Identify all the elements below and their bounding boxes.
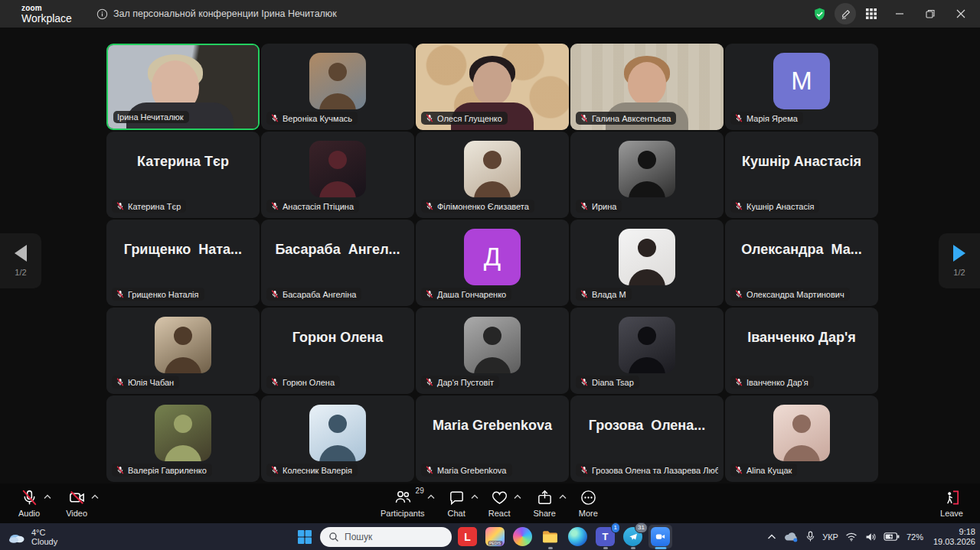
- participant-tile[interactable]: ДДаша Гончаренко: [416, 220, 569, 306]
- participant-tile[interactable]: Анастасія Птіцина: [261, 132, 414, 218]
- participant-tile[interactable]: Грозова Олена...Грозова Олена та Лазарев…: [570, 395, 724, 482]
- participant-tile[interactable]: Diana Tsap: [570, 308, 724, 394]
- page-indicator: 1/2: [953, 268, 965, 277]
- participant-tile[interactable]: Maria GrebenkovaMaria Grebenkova: [416, 395, 569, 482]
- language-indicator[interactable]: УКР: [822, 532, 838, 542]
- start-button[interactable]: [293, 526, 316, 548]
- participant-tile[interactable]: Галина Авксентьєва: [570, 44, 724, 130]
- participant-name-label: Дар'я Пустовіт: [421, 376, 499, 389]
- participant-tile[interactable]: Юлія Чабан: [106, 308, 260, 394]
- react-button[interactable]: React: [488, 487, 511, 518]
- taskbar-app-copilot[interactable]: [511, 525, 534, 548]
- windows-logo-icon: [297, 529, 312, 545]
- cloud-weather-icon: [8, 530, 26, 544]
- participant-tile[interactable]: Грищенко Ната...Грищенко Наталія: [106, 220, 260, 306]
- taskbar-app-l-app[interactable]: L: [456, 525, 479, 548]
- muted-mic-icon: [116, 201, 125, 211]
- taskbar-app-pedis[interactable]: PEDIS: [483, 525, 507, 548]
- more-button[interactable]: More: [579, 487, 598, 518]
- wifi-icon[interactable]: [845, 532, 858, 542]
- participant-display-name: Кушнір Анастасія: [725, 132, 878, 192]
- taskbar-app-telegram[interactable]: 31: [621, 525, 645, 548]
- video-caret[interactable]: [91, 494, 99, 500]
- muted-mic-icon: [270, 289, 279, 299]
- profile-photo-avatar: [309, 53, 366, 109]
- mic-in-use-icon[interactable]: [805, 531, 815, 542]
- participant-tile[interactable]: Влада М: [570, 220, 724, 306]
- participant-tile[interactable]: Ирина: [570, 132, 724, 218]
- profile-photo-avatar: [464, 141, 521, 197]
- info-icon[interactable]: [96, 8, 108, 20]
- participant-display-name: Олександра Ма...: [725, 220, 878, 280]
- muted-mic-icon: [116, 289, 125, 299]
- participant-tile[interactable]: Філімоненко Єлизавета: [416, 132, 569, 218]
- taskbar-app-teams[interactable]: T1: [593, 525, 617, 548]
- speaker-icon[interactable]: [864, 532, 877, 542]
- muted-mic-icon: [425, 201, 434, 211]
- zoom-workplace-logo: zoom Workplace: [21, 5, 72, 24]
- restore-button[interactable]: [917, 2, 943, 25]
- participant-display-name: Грищенко Ната...: [106, 220, 260, 280]
- search-input[interactable]: Пошук: [320, 527, 452, 547]
- apps-grid-icon[interactable]: [861, 3, 882, 24]
- profile-photo-avatar: [619, 141, 675, 197]
- muted-mic-icon: [270, 377, 279, 387]
- participants-caret[interactable]: [427, 494, 435, 500]
- taskbar-app-file-explorer[interactable]: [538, 525, 562, 548]
- brand-workplace: Workplace: [21, 13, 72, 24]
- participant-tile[interactable]: Іванченко Дар'яІванченко Дар'я: [725, 308, 878, 394]
- participant-tile[interactable]: Олеся Глущенко: [416, 44, 569, 130]
- taskbar-app-zoom[interactable]: [648, 525, 672, 548]
- participant-tile[interactable]: Басараба Ангел...Басараба Ангеліна: [261, 220, 414, 306]
- l-app-icon: L: [458, 527, 477, 546]
- react-caret[interactable]: [514, 494, 521, 500]
- weather-widget[interactable]: 4°C Cloudy: [8, 528, 57, 546]
- participant-tile[interactable]: Колесник Валерія: [261, 395, 414, 482]
- share-button[interactable]: Share: [533, 487, 555, 518]
- leave-button[interactable]: Leave: [940, 487, 963, 518]
- participant-tile[interactable]: Олександра Ма...Олександра Мартинович: [725, 220, 878, 306]
- participants-count: 29: [416, 487, 424, 495]
- minimize-button[interactable]: [887, 2, 913, 25]
- profile-photo-avatar: [309, 405, 366, 461]
- participant-tile[interactable]: Alina Кущак: [725, 395, 878, 482]
- onedrive-cloud-icon[interactable]: [783, 531, 799, 542]
- next-page-button[interactable]: 1/2: [939, 233, 980, 288]
- battery-charging-icon[interactable]: [884, 532, 900, 542]
- audio-caret[interactable]: [44, 494, 51, 500]
- previous-page-button[interactable]: 1/2: [0, 233, 41, 288]
- participant-display-name: Басараба Ангел...: [261, 220, 414, 280]
- close-button[interactable]: [948, 2, 974, 25]
- participant-tile[interactable]: ММарія Ярема: [725, 44, 878, 130]
- battery-percent: 72%: [906, 532, 923, 542]
- file-explorer-icon: [541, 527, 560, 546]
- participant-tile[interactable]: Кушнір АнастасіяКушнір Анастасія: [725, 132, 878, 218]
- participant-tile[interactable]: Валерія Гавриленко: [106, 395, 260, 482]
- participant-display-name: Maria Grebenkova: [416, 395, 569, 456]
- encryption-shield-icon[interactable]: [808, 3, 830, 24]
- share-screen-icon: [536, 489, 554, 506]
- share-caret[interactable]: [559, 494, 567, 500]
- participant-tile[interactable]: Катерина ТєрКатерина Тєр: [106, 132, 260, 218]
- participant-tile[interactable]: Ірина Нечиталюк: [106, 44, 260, 130]
- search-icon: [328, 532, 339, 542]
- taskbar-app-edge[interactable]: [566, 525, 590, 548]
- chat-button[interactable]: Chat: [447, 487, 465, 518]
- muted-mic-icon: [580, 465, 589, 475]
- tray-chevron-up-icon[interactable]: [767, 533, 776, 540]
- audio-button[interactable]: Audio: [18, 487, 40, 518]
- participant-name-label: Влада М: [576, 288, 632, 301]
- participants-button[interactable]: 29 Participants: [381, 487, 424, 518]
- participant-name-label: Ірина Нечиталюк: [113, 111, 189, 123]
- clock[interactable]: 9:18 19.03.2026: [933, 527, 975, 546]
- camera-off-icon: [68, 489, 86, 506]
- annotate-pencil-icon[interactable]: [835, 3, 856, 24]
- copilot-icon: [513, 527, 532, 546]
- chat-caret[interactable]: [471, 494, 479, 500]
- video-button[interactable]: Video: [66, 487, 87, 518]
- participant-tile[interactable]: Вероніка Кучмась: [261, 44, 414, 130]
- participant-tile[interactable]: Горюн ОленаГорюн Олена: [261, 308, 414, 394]
- participant-display-name: Катерина Тєр: [106, 132, 260, 192]
- muted-mic-icon: [580, 113, 589, 123]
- participant-tile[interactable]: Дар'я Пустовіт: [416, 308, 569, 394]
